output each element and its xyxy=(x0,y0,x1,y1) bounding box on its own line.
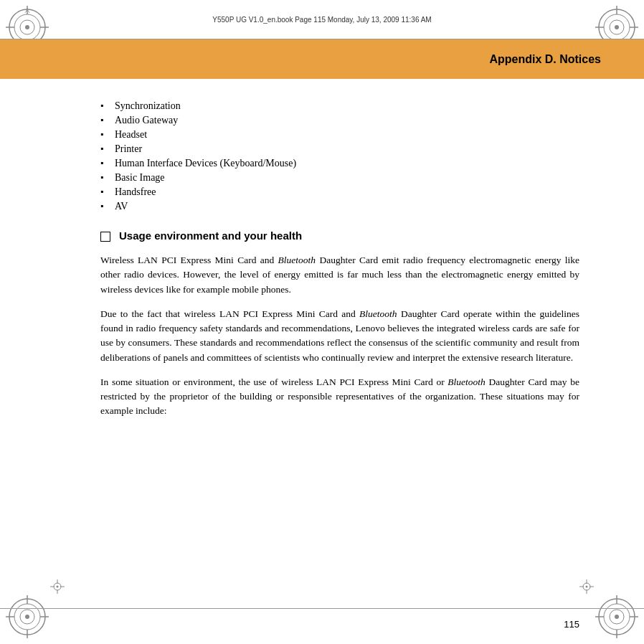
list-item: Human Interface Devices (Keyboard/Mouse) xyxy=(100,158,579,169)
list-item: Handsfree xyxy=(100,186,579,198)
list-item: Printer xyxy=(100,143,579,155)
list-item: Basic Image xyxy=(100,172,579,184)
top-bar-text: Y550P UG V1.0_en.book Page 115 Monday, J… xyxy=(212,16,431,24)
section-heading: Usage environment and your health xyxy=(100,229,579,242)
section-checkbox-icon xyxy=(100,232,110,242)
orange-header: Appendix D. Notices xyxy=(0,39,644,79)
bottom-bar xyxy=(0,608,644,644)
bullet-list: Synchronization Audio Gateway Headset Pr… xyxy=(100,100,579,212)
appendix-title: Appendix D. Notices xyxy=(489,53,601,66)
paragraph-1: Wireless LAN PCI Express Mini Card and B… xyxy=(100,253,579,297)
list-item: AV xyxy=(100,201,579,212)
list-item: Synchronization xyxy=(100,100,579,112)
list-item: Audio Gateway xyxy=(100,115,579,126)
section-heading-text: Usage environment and your health xyxy=(119,229,302,242)
paragraph-2: Due to the fact that wireless LAN PCI Ex… xyxy=(100,307,579,365)
top-bar: Y550P UG V1.0_en.book Page 115 Monday, J… xyxy=(0,0,644,39)
main-content: Synchronization Audio Gateway Headset Pr… xyxy=(0,79,644,608)
list-item: Headset xyxy=(100,129,579,141)
paragraph-3: In some situation or environment, the us… xyxy=(100,375,579,419)
